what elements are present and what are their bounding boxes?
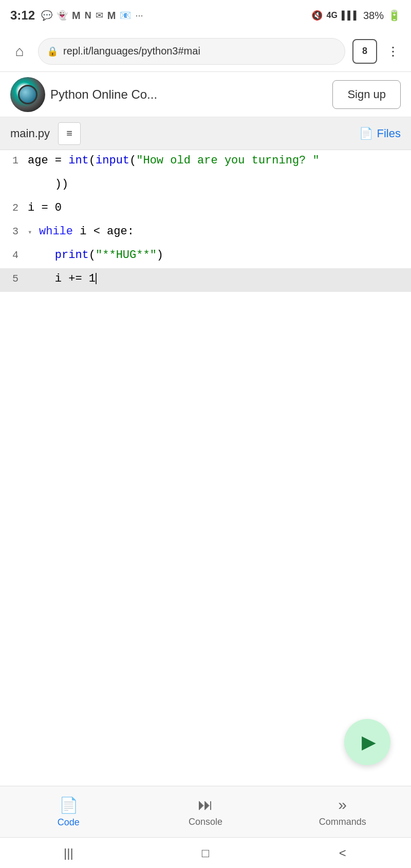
commands-nav-label: Commands — [319, 817, 366, 827]
browser-menu-button[interactable]: ⋮ — [384, 40, 403, 63]
line-content-1b: )) — [28, 175, 411, 194]
code-area[interactable]: 1 age = int(input("How old are you turni… — [0, 150, 411, 292]
wifi-bars: ▌▌▌ — [342, 11, 359, 20]
code-line-1: 1 age = int(input("How old are you turni… — [0, 150, 411, 174]
android-home-icon: □ — [202, 846, 210, 860]
mail-icon: 📧 — [120, 10, 131, 21]
status-right: 🔇 4G ▌▌▌ 38% 🔋 — [311, 9, 401, 22]
line-content-1: age = int(input("How old are you turning… — [28, 151, 411, 170]
nav-item-console[interactable]: ⏭ Console — [137, 796, 274, 827]
code-line-5: 5 i += 1 — [0, 268, 411, 292]
status-icons: 💬 👻 M N ✉ M 📧 ··· — [41, 10, 143, 22]
url-bar[interactable]: 🔒 repl.it/languages/python3#mai — [38, 38, 345, 65]
console-nav-icon: ⏭ — [198, 796, 213, 814]
status-bar: 3:12 💬 👻 M N ✉ M 📧 ··· 🔇 4G ▌▌▌ 38% 🔋 — [0, 0, 411, 31]
file-icon: 📄 — [359, 127, 373, 140]
signal-icon: 4G — [327, 11, 338, 20]
fold-arrow-3[interactable]: ▾ — [28, 227, 38, 239]
android-nav: ||| □ < — [0, 837, 411, 868]
line-content-3: while i < age: — [39, 222, 411, 241]
line-content-5: i += 1 — [28, 269, 411, 288]
android-recent-button[interactable]: ||| — [53, 838, 84, 869]
line-number-5: 5 — [0, 269, 28, 288]
console-nav-label: Console — [189, 817, 222, 827]
email-icon: ✉ — [96, 10, 103, 21]
commands-nav-icon: » — [338, 796, 347, 814]
code-nav-label: Code — [58, 817, 80, 828]
notification-icon: N — [85, 10, 91, 21]
line-number-1: 1 — [0, 151, 28, 170]
message-icon: 💬 — [41, 10, 52, 21]
status-time: 3:12 — [10, 8, 35, 23]
battery-text: 38% — [363, 10, 384, 22]
tab-count-label: 8 — [362, 46, 367, 57]
logo-inner — [18, 85, 38, 104]
android-home-button[interactable]: □ — [190, 838, 221, 869]
code-line-2: 2 i = 0 — [0, 197, 411, 221]
lock-icon: 🔒 — [47, 46, 58, 57]
nav-item-code[interactable]: 📄 Code — [0, 796, 137, 828]
code-line-1b: )) — [0, 174, 411, 197]
line-number-4: 4 — [0, 246, 28, 264]
gmail-icon: M — [72, 10, 81, 22]
recent-icon: ||| — [64, 846, 73, 860]
line-number-2: 2 — [0, 198, 28, 217]
line-number-3: 3 — [0, 222, 28, 241]
nav-item-commands[interactable]: » Commands — [274, 796, 411, 827]
back-icon: < — [339, 846, 346, 860]
editor-toolbar: main.py ≡ 📄 Files — [0, 117, 411, 150]
hamburger-icon: ≡ — [66, 127, 72, 139]
more-icon: ··· — [135, 10, 143, 21]
battery-icon: 🔋 — [388, 9, 401, 22]
signup-button[interactable]: Sign up — [332, 80, 401, 109]
tab-count-button[interactable]: 8 — [352, 39, 377, 64]
home-icon: ⌂ — [15, 43, 24, 60]
bottom-nav: 📄 Code ⏭ Console » Commands — [0, 786, 411, 837]
android-back-button[interactable]: < — [327, 838, 358, 869]
home-button[interactable]: ⌂ — [8, 40, 31, 63]
site-logo — [10, 77, 45, 112]
code-nav-icon: 📄 — [59, 796, 78, 814]
gmail2-icon: M — [107, 10, 116, 22]
url-text: repl.it/languages/python3#mai — [63, 45, 200, 57]
line-content-2: i = 0 — [28, 198, 411, 217]
run-button-container: ▶ — [344, 719, 390, 765]
filename-label: main.py — [10, 127, 50, 140]
browser-bar: ⌂ 🔒 repl.it/languages/python3#mai 8 ⋮ — [0, 31, 411, 72]
site-header: Python Online Co... Sign up — [0, 72, 411, 117]
hamburger-button[interactable]: ≡ — [58, 122, 81, 145]
mute-icon: 🔇 — [311, 10, 323, 21]
snapchat-icon: 👻 — [57, 10, 68, 21]
files-button[interactable]: 📄 Files — [359, 127, 401, 140]
files-label: Files — [377, 127, 401, 140]
vertical-dots-icon: ⋮ — [387, 44, 400, 59]
line-content-4: print("**HUG**") — [28, 246, 411, 265]
run-button[interactable]: ▶ — [344, 719, 390, 765]
code-line-3: 3 ▾ while i < age: — [0, 221, 411, 245]
play-icon: ▶ — [362, 731, 376, 753]
line-number-blank — [0, 186, 28, 187]
site-title: Python Online Co... — [50, 87, 332, 102]
code-line-4: 4 print("**HUG**") — [0, 245, 411, 268]
